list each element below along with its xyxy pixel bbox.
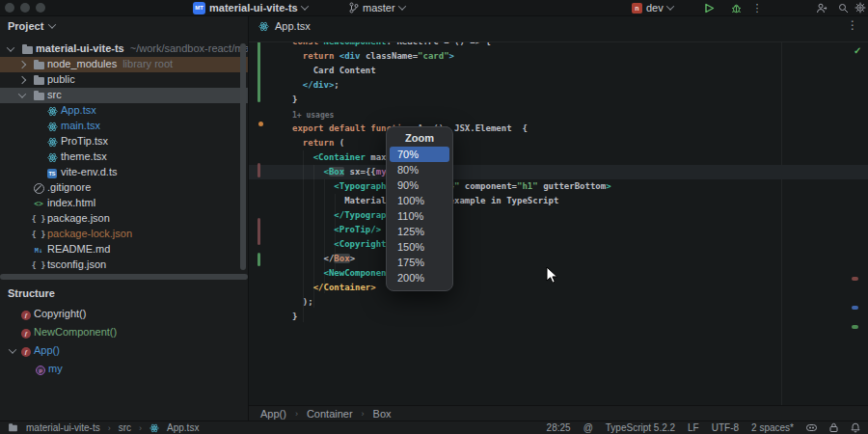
structure-item-NewComponent()[interactable]: fNewComponent() <box>0 325 248 340</box>
structure-panel-title: Structure <box>8 287 55 299</box>
html-icon: <> <box>33 199 44 209</box>
code-line[interactable]: </Container> <box>292 281 376 295</box>
window-close-button[interactable] <box>5 3 14 13</box>
gutter-marker-dot[interactable] <box>258 122 263 126</box>
structure-item-my[interactable]: pmy <box>0 362 248 377</box>
zoom-option-200%[interactable]: 200% <box>390 270 449 285</box>
zoom-option-110%[interactable]: 110% <box>390 208 449 224</box>
status-crumb-src[interactable]: src <box>119 422 131 433</box>
lock-icon[interactable] <box>829 422 838 433</box>
vcs-change-marker[interactable] <box>258 218 260 245</box>
vcs-change-marker[interactable] <box>258 37 260 102</box>
structure-item-Copyright()[interactable]: fCopyright() <box>0 307 248 322</box>
chevron-right-icon: › <box>295 409 298 419</box>
tree-item-node_modules[interactable]: node_moduleslibrary root <box>0 57 248 72</box>
analysis-stripe-mark[interactable] <box>852 325 858 329</box>
chevron-right-icon[interactable] <box>18 61 26 68</box>
zoom-option-100%[interactable]: 100% <box>390 193 449 208</box>
tree-item-src[interactable]: src <box>0 88 248 103</box>
breadcrumb-item[interactable]: App() <box>260 408 286 420</box>
editor-pane[interactable]: const NewComponent: React.FC = () => { r… <box>249 15 868 420</box>
code-line[interactable]: } <box>292 310 297 324</box>
typescript-version-widget[interactable]: TypeScript 5.2.2 <box>606 422 675 433</box>
analysis-stripe-mark[interactable] <box>852 306 858 310</box>
inspections-ok-icon[interactable]: ✓ <box>854 45 861 56</box>
code-line[interactable]: return <div className="card"> <box>292 49 454 64</box>
tree-item-label: ProTip.tsx <box>61 135 108 147</box>
window-minimize-button[interactable] <box>20 3 30 13</box>
project-tree-scrollbar[interactable] <box>240 43 246 270</box>
vcs-change-marker[interactable] <box>258 253 260 266</box>
structure-panel-header[interactable]: Structure <box>8 287 55 299</box>
tree-item-.gitignore[interactable]: .gitignore <box>0 180 248 196</box>
more-actions-button[interactable]: ⋮ <box>751 2 763 14</box>
tree-item-vite-env.d.ts[interactable]: TSvite-env.d.ts <box>0 165 248 180</box>
tree-item-App.tsx[interactable]: App.tsx <box>0 103 248 119</box>
status-crumb-file[interactable]: App.tsx <box>167 422 199 433</box>
tree-item-package.json[interactable]: { }package.json <box>0 211 248 227</box>
git-branch-icon <box>349 2 359 14</box>
tree-item-public[interactable]: public <box>0 72 248 88</box>
tree-item-package-lock.json[interactable]: { }package-lock.json <box>0 227 248 242</box>
chevron-down-icon[interactable] <box>7 43 14 51</box>
fn-icon: f <box>20 310 32 320</box>
tree-item-main.tsx[interactable]: main.tsx <box>0 119 248 134</box>
structure-item-App()[interactable]: fApp() <box>0 343 248 359</box>
zoom-option-125%[interactable]: 125% <box>390 224 449 239</box>
zoom-option-70%[interactable]: 70% <box>390 147 449 162</box>
tree-item-README.md[interactable]: M↓README.md <box>0 242 248 258</box>
ignore-icon <box>33 183 44 194</box>
line-ending-widget[interactable]: LF <box>688 422 699 433</box>
tab-options-button[interactable]: ⋮ <box>847 19 858 31</box>
window-zoom-button[interactable] <box>36 3 45 13</box>
code-line[interactable]: </Box> <box>292 252 355 266</box>
vcs-change-marker[interactable] <box>258 163 260 177</box>
tree-item-index.html[interactable]: <>index.html <box>0 196 248 211</box>
settings-gear-icon[interactable] <box>854 2 866 14</box>
code-line[interactable]: } <box>292 93 297 107</box>
tree-item-tsconfig.json[interactable]: { }tsconfig.json <box>0 258 248 273</box>
code-line[interactable]: Card Content <box>292 64 376 78</box>
code-line[interactable]: ); <box>292 295 313 310</box>
breadcrumb-item[interactable]: Box <box>373 408 392 420</box>
chevron-down-icon[interactable] <box>9 345 16 353</box>
run-configuration-widget[interactable]: n dev <box>632 0 673 15</box>
debug-button[interactable] <box>730 2 742 14</box>
indent-widget[interactable]: 2 spaces* <box>751 422 794 433</box>
tree-item-ProTip.tsx[interactable]: ProTip.tsx <box>0 134 248 149</box>
status-crumb-project[interactable]: material-ui-vite-ts <box>26 422 100 433</box>
search-everywhere-button[interactable] <box>837 2 849 14</box>
zoom-option-150%[interactable]: 150% <box>390 239 449 255</box>
vcs-branch-widget[interactable]: master <box>349 0 405 15</box>
analysis-stripe-mark[interactable] <box>852 277 858 281</box>
zoom-option-80%[interactable]: 80% <box>390 162 449 177</box>
breadcrumb-item[interactable]: Container <box>307 408 353 420</box>
notifications-bell-icon[interactable] <box>851 422 860 433</box>
at-badge-icon[interactable]: @ <box>583 422 593 433</box>
line-column-widget[interactable]: 28:25 <box>547 422 571 433</box>
project-panel-header[interactable]: Project <box>8 20 55 32</box>
usages-inlay-hint[interactable]: 1+ usages <box>292 107 334 122</box>
zoom-option-175%[interactable]: 175% <box>390 255 449 270</box>
code-with-me-button[interactable] <box>816 2 827 14</box>
code-line[interactable]: <Copyright/> <box>292 237 396 252</box>
tree-item-material-ui-vite-ts[interactable]: material-ui-vite-ts~/work/sandbox-react/… <box>0 41 248 57</box>
tab-app-tsx[interactable]: App.tsx <box>258 20 311 32</box>
code-line[interactable]: </div>; <box>292 78 339 93</box>
project-widget[interactable]: MT material-ui-vite-ts <box>193 0 308 15</box>
tree-item-label: theme.tsx <box>61 150 107 162</box>
code-line[interactable]: return ( <box>292 136 344 150</box>
tree-item-label: vite-env.d.ts <box>61 166 118 177</box>
chevron-down-icon[interactable] <box>18 90 26 97</box>
code-line[interactable]: <ProTip/> <box>292 223 381 237</box>
project-widget-label: material-ui-vite-ts <box>209 2 298 14</box>
run-button[interactable] <box>703 2 715 14</box>
copilot-icon[interactable] <box>806 423 817 432</box>
chevron-right-icon[interactable] <box>18 76 26 84</box>
zoom-option-90%[interactable]: 90% <box>390 177 449 193</box>
tree-item-theme.tsx[interactable]: theme.tsx <box>0 149 248 165</box>
folder-icon <box>9 424 17 430</box>
encoding-widget[interactable]: UTF-8 <box>712 422 739 433</box>
panel-splitter[interactable] <box>0 274 248 280</box>
ts-icon: TS <box>46 168 58 178</box>
